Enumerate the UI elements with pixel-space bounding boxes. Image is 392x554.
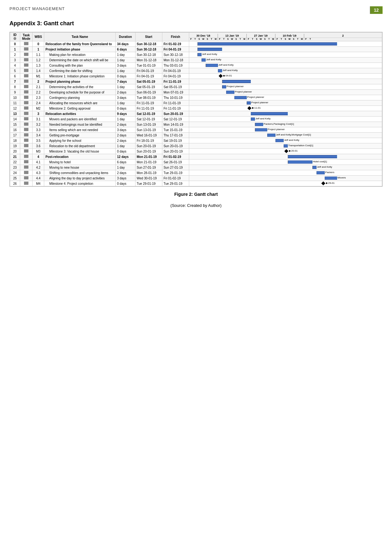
task-name: Movers and packers are identified: [44, 117, 116, 122]
task-wbs: 3.4: [33, 133, 44, 138]
task-start: Fri 11-01-19: [135, 100, 162, 106]
task-duration: 3 days: [116, 176, 135, 181]
task-finish: Sat 12-01-19: [162, 117, 189, 122]
task-mode-cell: [20, 79, 33, 84]
gantt-bar: [284, 144, 288, 148]
milestone-marker: [321, 181, 325, 185]
task-start: Fri 04-01-19: [135, 68, 162, 74]
task-mode-cell: [20, 149, 33, 154]
table-row: 6M1Milestone 1: Initiation phase complet…: [10, 74, 382, 79]
task-mode-cell: [20, 122, 33, 127]
table-row: 143.1Movers and packers are identified1 …: [10, 117, 382, 122]
task-start: Mon 31-12-18: [135, 57, 162, 63]
task-duration: 2 days: [116, 133, 135, 138]
gantt-bar: [275, 139, 284, 142]
table-row: 51.4Confirming the date for shifting1 da…: [10, 68, 382, 74]
table-row: 133Relocation activities9 daysSat 12-01-…: [10, 111, 382, 117]
task-wbs: 3.1: [33, 117, 44, 122]
table-row: 72Project planning phase7 daysSat 05-01-…: [10, 79, 382, 84]
task-finish: Tue 29-01-19: [162, 170, 189, 176]
task-name: Allocating the resources which are: [44, 100, 116, 106]
task-bar-cell: Project planner: [189, 90, 382, 95]
task-start: Sun 20-01-19: [135, 143, 162, 149]
task-finish: Mon 14-01-19: [162, 122, 189, 127]
gantt-bar: [317, 171, 325, 174]
task-wbs: 1.3: [33, 63, 44, 68]
task-duration: 1 day: [116, 100, 135, 106]
task-bar-cell: [189, 41, 382, 47]
table-row: 163.3Items selling which are not needed3…: [10, 127, 382, 133]
table-row: 183.5Applying for the school2 daysFri 18…: [10, 138, 382, 143]
task-mode-cell: [20, 84, 33, 90]
task-finish: Fri 01-02-19: [162, 154, 189, 160]
task-name: Post-relocation: [44, 154, 116, 160]
task-bar-cell: Jeff and Kelly: [189, 117, 382, 122]
task-bar-cell: Jeff and Kelly: [189, 63, 382, 68]
table-row: 193.6Relocation to the old department1 d…: [10, 143, 382, 149]
task-start: Mon 21-01-19: [135, 160, 162, 165]
task-finish: Sun 20-01-19: [162, 149, 189, 154]
table-row: 224.1Moving to hotel6 daysMon 21-01-19Sa…: [10, 160, 382, 165]
task-start: Fri 11-01-19: [135, 106, 162, 111]
gantt-bar: [255, 128, 267, 131]
task-wbs: 1: [33, 47, 44, 52]
task-name: Milestone 3: Vacating the old house: [44, 149, 116, 154]
task-mode-cell: [20, 117, 33, 122]
task-finish: Sun 27-01-19: [162, 165, 189, 170]
task-wbs: 1.4: [33, 68, 44, 74]
task-mode-cell: [20, 52, 33, 57]
gantt-bar: [197, 53, 202, 56]
task-duration: 2 days: [116, 170, 135, 176]
task-mode-cell: [20, 138, 33, 143]
task-finish: Fri 01-02-19: [162, 41, 189, 47]
task-id: 25: [10, 176, 20, 181]
col-header-taskmode: TaskMode: [20, 33, 33, 41]
bar-label: Packers: [325, 171, 335, 174]
bar-label: Project planner: [227, 85, 244, 88]
gantt-bar: [197, 42, 337, 45]
task-bar-cell: ◆ 20-01: [189, 149, 382, 154]
gantt-container: ID⓪ TaskMode WBS Task Name Duration Star…: [9, 32, 383, 187]
task-bar-cell: ◆ 29-01: [189, 181, 382, 186]
task-mode-cell: [20, 127, 33, 133]
task-finish: Fri 04-01-19: [162, 47, 189, 52]
table-row: 153.2Needed belongings must be identifie…: [10, 122, 382, 127]
col-header-finish: Finish: [162, 33, 189, 41]
task-start: Wed 16-01-19: [135, 133, 162, 138]
task-id: 17: [10, 133, 20, 138]
gantt-bar: [226, 91, 234, 94]
task-bar-cell: [189, 111, 382, 117]
task-start: Sun 13-01-19: [135, 122, 162, 127]
task-duration: 3 days: [116, 63, 135, 68]
task-finish: Fri 04-01-19: [162, 68, 189, 74]
task-id: 20: [10, 149, 20, 154]
task-wbs: 4: [33, 154, 44, 160]
task-bar-cell: [189, 154, 382, 160]
gantt-bar: [222, 80, 251, 83]
task-start: Fri 04-01-19: [135, 74, 162, 79]
task-finish: Sun 30-12-18: [162, 52, 189, 57]
task-duration: 1 day: [116, 52, 135, 57]
milestone-marker: [247, 106, 251, 110]
table-row: 214Post-relocation12 daysMon 21-01-19Fri…: [10, 154, 382, 160]
gantt-bar: [288, 155, 337, 158]
bar-label: Jeff and Kelly: [284, 139, 299, 142]
gantt-bar: [197, 48, 222, 51]
task-duration: 6 days: [116, 160, 135, 165]
task-name: Contingency planning: [44, 95, 116, 100]
table-row: 82.1Determining the activities of the1 d…: [10, 84, 382, 90]
task-name: Aligning the day to day project activiti…: [44, 176, 116, 181]
task-finish: Mon 07-01-19: [162, 90, 189, 95]
bar-label: Project planner: [235, 90, 252, 93]
gantt-bar: [234, 96, 247, 99]
task-mode-cell: [20, 100, 33, 106]
task-wbs: M3: [33, 149, 44, 154]
task-duration: 1 day: [116, 57, 135, 63]
task-name: Project initiation phase: [44, 47, 116, 52]
task-bar-cell: Transportation Cost[1]: [189, 143, 382, 149]
task-duration: 0 days: [116, 181, 135, 186]
milestone-label: ◆ 04-01: [223, 74, 232, 77]
appendix-title: Appendix 3: Gantt chart: [9, 20, 383, 27]
task-wbs: 2.3: [33, 95, 44, 100]
task-bar-cell: Project planner: [189, 84, 382, 90]
